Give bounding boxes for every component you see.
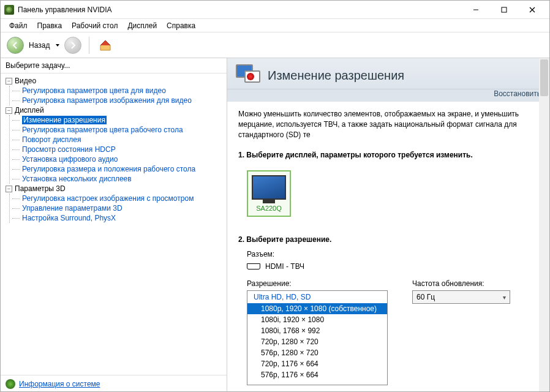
refresh-value: 60 Гц	[416, 293, 435, 301]
page-title: Изменение разрешения	[268, 69, 541, 83]
titlebar: Панель управления NVIDIA	[1, 1, 549, 19]
tree-item[interactable]: Регулировка параметров цвета рабочего ст…	[12, 125, 227, 135]
app-icon	[4, 5, 14, 15]
tree-group-3d: − Параметры 3D Регулировка настроек изоб…	[1, 184, 227, 223]
tree-item[interactable]: Регулировка параметров изображения для в…	[12, 96, 227, 105]
resolution-icon	[236, 64, 262, 86]
display-tile[interactable]: SA220Q	[247, 170, 291, 217]
collapse-icon[interactable]: −	[6, 107, 12, 114]
back-button[interactable]	[7, 37, 24, 54]
menubar: Файл Правка Рабочий стол Дисплей Справка	[1, 19, 549, 32]
connector-label: Разъем:	[247, 250, 274, 258]
tree-item[interactable]: Просмотр состояния HDCP	[12, 145, 227, 154]
content-scrollbar[interactable]	[539, 58, 549, 392]
menu-display[interactable]: Дисплей	[122, 20, 162, 31]
hdmi-icon	[247, 263, 260, 270]
collapse-icon[interactable]: −	[6, 78, 12, 85]
resolution-option[interactable]: 720p, 1176 × 664	[247, 358, 387, 369]
tree-group-video: − Видео Регулировка параметров цвета для…	[1, 76, 227, 105]
close-button[interactable]	[519, 1, 546, 18]
content-header: Изменение разрешения	[227, 58, 549, 89]
tree-item[interactable]: Регулировка параметров цвета для видео	[12, 86, 227, 96]
task-tree: − Видео Регулировка параметров цвета для…	[1, 74, 227, 375]
toolbar-separator	[89, 37, 89, 54]
back-label: Назад	[29, 41, 50, 50]
tree-group-display: − Дисплей Изменение разрешения Регулиров…	[1, 105, 227, 184]
sidebar-footer: Информация о системе	[1, 375, 227, 392]
tree-group-header[interactable]: − Параметры 3D	[1, 184, 227, 194]
resolution-label: Разрешение:	[247, 279, 388, 288]
minimize-button[interactable]	[462, 1, 489, 18]
resolution-listbox[interactable]: Ultra HD, HD, SD 1080p, 1920 × 1080 (соб…	[247, 290, 388, 385]
page-description: Можно уменьшить количество элементов, от…	[238, 109, 538, 140]
toolbar: Назад	[1, 32, 549, 58]
restore-link[interactable]: Восстановить	[494, 89, 541, 98]
window-title: Панель управления NVIDIA	[18, 6, 462, 14]
chevron-down-icon: ▾	[503, 294, 506, 301]
tree-item[interactable]: Поворот дисплея	[12, 135, 227, 145]
resolution-option[interactable]: 1080p, 1920 × 1080 (собственное)	[247, 303, 387, 314]
menu-file[interactable]: Файл	[4, 20, 32, 31]
menu-help[interactable]: Справка	[162, 20, 200, 31]
refresh-dropdown[interactable]: 60 Гц ▾	[412, 290, 510, 304]
resolution-option[interactable]: 1080i, 1920 × 1080	[247, 314, 387, 325]
tree-item[interactable]: Регулировка настроек изображения с просм…	[12, 194, 227, 203]
connector-value: HDMI - ТВЧ	[265, 262, 304, 271]
refresh-label: Частота обновления:	[412, 279, 510, 288]
content-pane: Изменение разрешения Восстановить Можно …	[227, 58, 549, 392]
system-info-link[interactable]: Информация о системе	[19, 380, 100, 388]
maximize-button[interactable]	[491, 1, 518, 18]
menu-edit[interactable]: Правка	[32, 20, 67, 31]
forward-button[interactable]	[64, 37, 81, 54]
resolution-option[interactable]: 576p, 1280 × 720	[247, 347, 387, 358]
tree-group-header[interactable]: − Видео	[1, 76, 227, 86]
menu-desktop[interactable]: Рабочий стол	[67, 20, 122, 31]
system-info-icon	[6, 379, 15, 389]
tree-item-change-resolution[interactable]: Изменение разрешения	[12, 115, 227, 125]
home-button[interactable]	[97, 37, 114, 54]
resolution-group: Ultra HD, HD, SD	[247, 291, 387, 303]
scrollbar-thumb[interactable]	[540, 59, 548, 96]
tree-group-label: Видео	[15, 77, 36, 85]
tree-item[interactable]: Настройка Surround, PhysX	[12, 213, 227, 223]
tree-item[interactable]: Регулировка размера и положения рабочего…	[12, 164, 227, 174]
resolution-option[interactable]: 720p, 1280 × 720	[247, 336, 387, 347]
monitor-icon	[252, 175, 286, 200]
tree-group-header[interactable]: − Дисплей	[1, 105, 227, 115]
content-body: Можно уменьшить количество элементов, от…	[227, 102, 549, 392]
display-name: SA220Q	[252, 205, 286, 212]
svg-rect-1	[502, 7, 507, 12]
resolution-option[interactable]: 576p, 1176 × 664	[247, 369, 387, 380]
tree-group-label: Дисплей	[15, 106, 44, 115]
sidebar: Выберите задачу... − Видео Регулировка п…	[1, 58, 227, 392]
step2-title: 2. Выберите разрешение.	[238, 235, 538, 244]
back-dropdown[interactable]	[55, 42, 61, 48]
main: Выберите задачу... − Видео Регулировка п…	[1, 58, 549, 392]
tree-item[interactable]: Установка цифрового аудио	[12, 154, 227, 164]
collapse-icon[interactable]: −	[6, 186, 12, 192]
window-controls	[462, 1, 546, 18]
step1-title: 1. Выберите дисплей, параметры которого …	[238, 151, 538, 159]
tree-group-label: Параметры 3D	[15, 184, 66, 193]
resolution-option[interactable]: 1080i, 1768 × 992	[247, 325, 387, 336]
tree-item[interactable]: Управление параметрами 3D	[12, 203, 227, 213]
sidebar-title: Выберите задачу...	[1, 58, 227, 74]
tree-item[interactable]: Установка нескольких дисплеев	[12, 174, 227, 184]
restore-row: Восстановить	[227, 89, 549, 102]
